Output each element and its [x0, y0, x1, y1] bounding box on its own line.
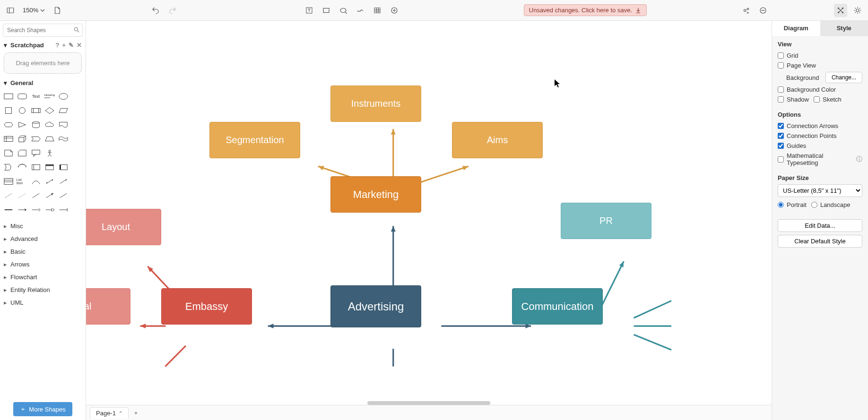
cat-entity[interactable]: ▸Entity Relation — [0, 283, 86, 296]
shape-actor[interactable] — [44, 147, 56, 159]
ellipse-tool-icon[interactable] — [337, 4, 350, 17]
shape-and[interactable] — [17, 161, 28, 173]
shape-square[interactable] — [3, 104, 15, 117]
help-icon[interactable]: ⓘ — [856, 155, 862, 163]
conn-points-checkbox[interactable]: Connection Points — [778, 131, 862, 141]
pageview-checkbox[interactable]: Page View — [778, 60, 862, 70]
shape-conn4[interactable] — [44, 204, 56, 216]
node-communication[interactable]: Communication — [512, 288, 603, 325]
shape-line2[interactable] — [44, 189, 56, 202]
hscrollbar[interactable] — [367, 401, 490, 405]
close-icon[interactable]: ✕ — [77, 42, 82, 49]
shape-blank7[interactable] — [71, 161, 83, 173]
page-tab-1[interactable]: Page-1 ⌃ — [90, 407, 129, 419]
node-layout[interactable]: Layout — [86, 209, 161, 245]
clear-style-button[interactable]: Clear Default Style — [778, 235, 862, 248]
shape-or[interactable] — [3, 161, 15, 173]
shape-dotted[interactable] — [17, 189, 28, 202]
new-page-icon[interactable] — [51, 4, 64, 17]
shape-cloud[interactable] — [44, 119, 56, 131]
tab-style[interactable]: Style — [820, 21, 868, 36]
shape-blank6[interactable] — [71, 147, 83, 159]
scratchpad-header[interactable]: ▾ Scratchpad ? + ✎ ✕ — [0, 40, 86, 51]
cat-misc[interactable]: ▸Misc — [0, 220, 86, 232]
shape-blank[interactable] — [71, 90, 83, 103]
canvas[interactable]: InstrumentsSegmentationAimsMarketingLayo… — [86, 21, 772, 405]
cat-arrows[interactable]: ▸Arrows — [0, 258, 86, 271]
shape-text[interactable]: Text — [30, 90, 42, 103]
comments-icon[interactable] — [756, 4, 770, 17]
conn-arrows-checkbox[interactable]: Connection Arrows — [778, 121, 862, 131]
shape-note[interactable] — [3, 147, 15, 159]
search-input[interactable] — [3, 24, 83, 37]
shape-conn1[interactable] — [3, 204, 15, 216]
shape-heading[interactable]: Heading━━━ — [44, 90, 56, 103]
shape-cube[interactable] — [17, 133, 28, 145]
redo-icon[interactable] — [166, 4, 179, 17]
shape-conn5[interactable] — [57, 204, 69, 216]
shape-blank3[interactable] — [71, 119, 83, 131]
node-segmentation[interactable]: Segmentation — [209, 122, 300, 158]
node-eal[interactable]: eal — [86, 288, 130, 325]
shape-document[interactable] — [57, 119, 69, 131]
grid-checkbox[interactable]: Grid — [778, 51, 862, 60]
shape-triangle[interactable] — [17, 119, 28, 131]
shape-diamond[interactable] — [44, 104, 56, 117]
shape-trapezoid[interactable] — [44, 133, 56, 145]
shape-cylinder[interactable] — [30, 119, 42, 131]
unsaved-banner[interactable]: Unsaved changes. Click here to save. — [524, 4, 647, 16]
sketch-checkbox[interactable]: Sketch — [814, 94, 842, 104]
tab-diagram[interactable]: Diagram — [772, 21, 820, 36]
shape-step[interactable] — [30, 133, 42, 145]
change-background-button[interactable]: Change... — [825, 72, 862, 83]
node-embassy[interactable]: Embassy — [161, 288, 252, 325]
cat-basic[interactable]: ▸Basic — [0, 245, 86, 258]
shape-circle[interactable] — [17, 104, 28, 117]
theme-icon[interactable] — [851, 4, 864, 17]
bgcolor-checkbox[interactable]: Background Color — [778, 85, 862, 94]
shadow-checkbox[interactable]: Shadow — [778, 94, 809, 104]
scratchpad-dropzone[interactable]: Drag elements here — [4, 52, 82, 74]
shape-hexagon[interactable] — [3, 119, 15, 131]
shape-parallelogram[interactable] — [57, 104, 69, 117]
shape-blank8[interactable] — [71, 175, 83, 188]
shape-container[interactable] — [44, 161, 56, 173]
add-icon[interactable]: + — [62, 42, 66, 49]
shape-datastore[interactable] — [30, 161, 42, 173]
shape-listitem[interactable]: List Item — [17, 175, 28, 188]
sidebar-toggle-icon[interactable] — [4, 4, 17, 17]
shape-conn3[interactable] — [30, 204, 42, 216]
undo-icon[interactable] — [149, 4, 162, 17]
shape-conn2[interactable] — [17, 204, 28, 216]
math-checkbox[interactable]: Mathematical Typesetting ⓘ — [778, 151, 862, 168]
shape-arrow[interactable] — [57, 175, 69, 188]
shape-list[interactable] — [3, 175, 15, 188]
node-aims[interactable]: Aims — [452, 122, 543, 158]
node-marketing[interactable]: Marketing — [330, 176, 421, 213]
shape-blank10[interactable] — [71, 204, 83, 216]
tools-icon[interactable] — [834, 4, 847, 17]
node-pr[interactable]: PR — [561, 203, 651, 239]
cat-advanced[interactable]: ▸Advanced — [0, 232, 86, 245]
shape-dashed[interactable] — [3, 189, 15, 202]
zoom-select[interactable]: 150% — [21, 5, 47, 16]
add-page-button[interactable]: ＋ — [130, 407, 142, 419]
cat-flowchart[interactable]: ▸Flowchart — [0, 271, 86, 283]
more-shapes-button[interactable]: ＋More Shapes — [13, 402, 72, 416]
text-tool-icon[interactable] — [303, 4, 316, 17]
shape-ellipse[interactable] — [57, 90, 69, 103]
shape-blank5[interactable] — [57, 147, 69, 159]
shape-process[interactable] — [30, 104, 42, 117]
general-header[interactable]: ▾ General — [0, 77, 86, 88]
freehand-tool-icon[interactable] — [354, 4, 367, 17]
shape-blank9[interactable] — [71, 189, 83, 202]
shape-line[interactable] — [30, 189, 42, 202]
landscape-radio[interactable]: Landscape — [811, 200, 851, 210]
guides-checkbox[interactable]: Guides — [778, 141, 862, 151]
paper-size-select[interactable]: US-Letter (8,5" x 11") — [778, 184, 862, 197]
shape-rect[interactable] — [3, 90, 15, 103]
shape-blank4[interactable] — [71, 133, 83, 145]
node-advertising[interactable]: Advertising — [330, 285, 421, 327]
shape-roundrect[interactable] — [17, 90, 28, 103]
edit-data-button[interactable]: Edit Data... — [778, 219, 862, 232]
